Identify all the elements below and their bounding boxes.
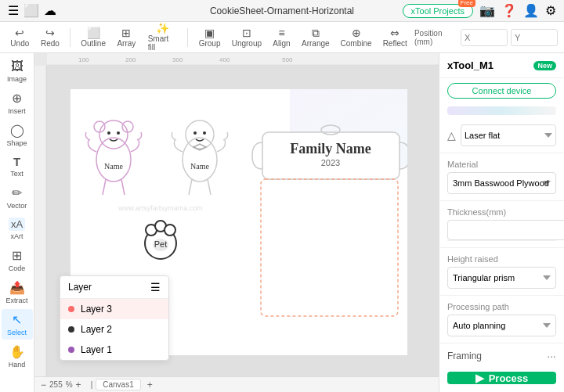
thickness-section: Thickness(mm) 3 ✏ xyxy=(439,201,564,248)
canvas-content[interactable]: Family Name 2023 xyxy=(47,66,439,376)
framing-options-button[interactable]: ··· xyxy=(547,350,556,362)
horizontal-ruler: 100 200 300 400 500 xyxy=(47,53,439,66)
canvas-area[interactable]: 100 200 300 400 500 xyxy=(34,53,439,392)
free-badge: Free xyxy=(458,0,475,7)
sidebar-item-text[interactable]: T Text xyxy=(2,152,33,181)
processing-label: Processing path xyxy=(447,302,556,311)
add-canvas-button[interactable]: + xyxy=(147,379,153,390)
align-button[interactable]: ≡ Align xyxy=(269,26,295,49)
sidebar-item-image[interactable]: 🖼 Image xyxy=(2,56,33,86)
svg-point-24 xyxy=(193,131,197,135)
svg-text:300: 300 xyxy=(172,56,183,63)
thickness-input[interactable]: 3 xyxy=(447,220,564,240)
svg-text:500: 500 xyxy=(282,56,293,63)
select-icon: ↖ xyxy=(12,312,22,327)
connect-device-button[interactable]: Connect device xyxy=(447,83,556,99)
extract-icon: 📤 xyxy=(9,280,25,295)
vector-icon: ✏ xyxy=(12,185,22,200)
svg-text:200: 200 xyxy=(125,56,136,63)
xart-icon: xA xyxy=(9,218,25,231)
layer-item-1[interactable]: Layer 1 xyxy=(60,340,168,360)
array-button[interactable]: ⊞ Array xyxy=(113,26,140,49)
xtool-projects-button[interactable]: xTool Projects Free xyxy=(403,4,473,18)
code-icon: ⊞ xyxy=(12,248,22,263)
undo-button[interactable]: ↩ Undo xyxy=(6,26,34,49)
title-bar: ☰ ⬜ ☁ CookieSheet-Ornament-Horizontal xT… xyxy=(0,0,564,22)
layer-1-label: Layer 1 xyxy=(81,344,112,355)
menu-icon[interactable]: ☰ xyxy=(8,3,19,18)
laser-type-row: △ Laser flat xyxy=(439,118,564,153)
processing-select[interactable]: Auto planning xyxy=(447,315,556,336)
height-section: Height raised Triangular prism xyxy=(439,248,564,296)
sidebar-item-select[interactable]: ↖ Select xyxy=(2,309,33,340)
zoom-out-button[interactable]: − xyxy=(41,380,46,390)
sidebar-item-extract[interactable]: 📤 Extract xyxy=(2,277,33,307)
material-label: Material xyxy=(447,160,556,169)
layer-item-2[interactable]: Layer 2 xyxy=(60,319,168,340)
svg-point-14 xyxy=(99,120,128,149)
help-icon[interactable]: ❓ xyxy=(501,3,517,18)
redo-button[interactable]: ↪ Redo xyxy=(37,26,64,49)
laser-icon: △ xyxy=(447,129,456,142)
svg-text:400: 400 xyxy=(219,56,230,63)
laser-type-select[interactable]: Laser flat xyxy=(461,124,556,146)
ungroup-button[interactable]: ⊡ Ungroup xyxy=(228,26,266,49)
camera-icon[interactable]: 📷 xyxy=(479,3,495,18)
titlebar-left-icons: ☰ ⬜ ☁ xyxy=(8,3,56,18)
sidebar-item-code[interactable]: ⊞ Code xyxy=(2,245,33,275)
svg-line-26 xyxy=(189,179,192,195)
sidebar-item-xart[interactable]: xA xArt xyxy=(2,214,33,243)
layer-title: Layer xyxy=(68,282,92,293)
canvas-tab-1[interactable]: Canvas1 xyxy=(96,379,140,390)
height-select[interactable]: Triangular prism xyxy=(447,267,556,289)
device-title: xTool_M1 xyxy=(447,59,494,71)
process-button[interactable]: ▶ Process xyxy=(447,372,556,384)
svg-text:100: 100 xyxy=(78,56,89,63)
device-header: xTool_M1 New xyxy=(439,53,564,78)
layer-menu-icon[interactable]: ☰ xyxy=(150,281,161,293)
new-window-icon[interactable]: ⬜ xyxy=(24,3,39,18)
new-badge: New xyxy=(533,61,556,70)
shape-icon: ◯ xyxy=(10,123,24,138)
x-position-input[interactable] xyxy=(461,29,508,46)
process-play-icon: ▶ xyxy=(475,372,484,384)
framing-row: Framing ··· xyxy=(439,343,564,369)
smart-fill-button[interactable]: ✨ Smart fill xyxy=(143,21,182,53)
group-button[interactable]: ▣ Group xyxy=(194,26,224,49)
thickness-label: Thickness(mm) xyxy=(447,207,556,217)
left-sidebar: 🖼 Image ⊕ Insert ◯ Shape T Text ✏ Vector… xyxy=(0,53,34,392)
layer-panel: Layer ☰ Layer 3 Layer 2 Layer 1 xyxy=(60,275,169,361)
sidebar-item-shape[interactable]: ◯ Shape xyxy=(2,120,33,150)
layer-item-3[interactable]: Layer 3 xyxy=(60,299,168,319)
zoom-level: 255 xyxy=(49,380,63,389)
height-label: Height raised xyxy=(447,254,556,264)
sidebar-item-hand[interactable]: ✋ Hand xyxy=(2,341,33,372)
framing-label: Framing xyxy=(447,351,482,361)
main-layout: 🖼 Image ⊕ Insert ◯ Shape T Text ✏ Vector… xyxy=(0,53,564,392)
zoom-in-button[interactable]: + xyxy=(76,380,81,390)
y-position-input[interactable] xyxy=(511,29,558,46)
profile-icon[interactable]: 👤 xyxy=(523,3,539,18)
processing-section: Processing path Auto planning xyxy=(439,296,564,343)
settings-icon[interactable]: ⚙ xyxy=(545,3,556,18)
titlebar-right-icons: xTool Projects Free 📷 ❓ 👤 ⚙ xyxy=(403,3,556,18)
layer-1-dot xyxy=(68,347,74,353)
outline-button[interactable]: ⬜ Outline xyxy=(77,26,110,49)
right-panel: xTool_M1 New Connect device △ Laser flat… xyxy=(439,53,564,392)
canvas-tab-separator: | xyxy=(91,380,93,389)
material-select[interactable]: 3mm Basswood Plywood A4 xyxy=(447,172,556,194)
arrange-button[interactable]: ⧉ Arrange xyxy=(298,26,334,49)
document-title: CookieSheet-Ornament-Horizontal xyxy=(210,5,354,16)
svg-text:www.artsyfartsymama.com: www.artsyfartsymama.com xyxy=(118,204,203,212)
svg-point-32 xyxy=(164,225,175,236)
sidebar-item-insert[interactable]: ⊕ Insert xyxy=(2,88,33,118)
combine-button[interactable]: ⊕ Combine xyxy=(337,26,376,49)
color-preview xyxy=(447,106,556,115)
svg-line-19 xyxy=(103,179,106,195)
cloud-icon[interactable]: ☁ xyxy=(44,3,56,18)
sidebar-item-vector[interactable]: ✏ Vector xyxy=(2,182,33,213)
bottom-bar: − 255 % + | Canvas1 + xyxy=(34,376,439,392)
thickness-row: 3 ✏ xyxy=(447,220,556,241)
reflect-button[interactable]: ⇔ Reflect xyxy=(378,26,410,49)
layer-3-label: Layer 3 xyxy=(81,304,112,315)
